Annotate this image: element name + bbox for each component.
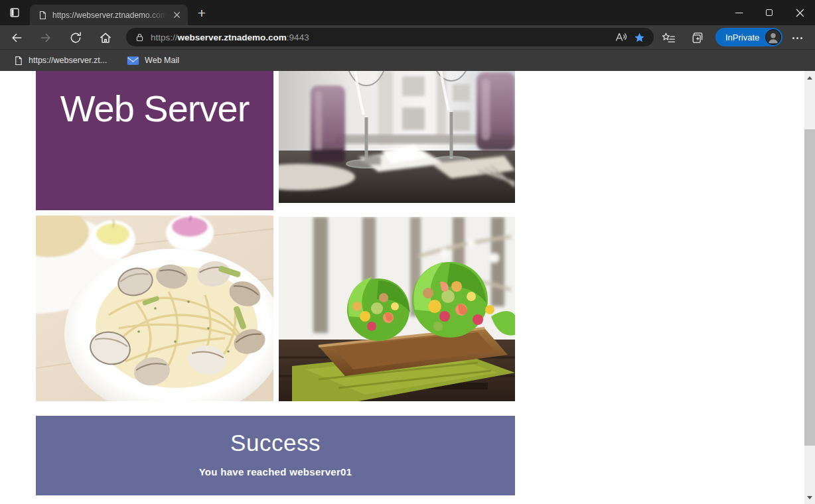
success-banner: Success You have reached webserver01 — [36, 416, 515, 495]
scroll-up-button[interactable] — [804, 72, 815, 83]
bookmark-item-webmail[interactable]: Web Mail — [121, 53, 185, 68]
forward-icon — [39, 31, 52, 44]
banner-title: Success — [36, 416, 515, 456]
minimize-icon — [735, 13, 743, 13]
wine-glasses-photo — [279, 71, 515, 203]
url-text: https://webserver.ztnademo.com:9443 — [151, 32, 309, 42]
settings-more-button[interactable] — [787, 29, 807, 46]
read-aloud-button[interactable] — [611, 29, 630, 45]
favorites-button[interactable] — [660, 29, 677, 46]
tab-actions-icon — [9, 7, 21, 19]
favorite-star-icon — [634, 32, 645, 43]
page-icon — [38, 11, 47, 20]
bookmark-item-webserver[interactable]: https://webserver.zt... — [8, 53, 112, 68]
url-host: webserver.ztnademo.com — [178, 32, 287, 42]
tab-title: https://webserver.ztnademo.com — [52, 11, 171, 20]
profile-avatar-icon — [766, 30, 780, 44]
close-icon — [173, 11, 181, 19]
maximize-button[interactable] — [754, 0, 784, 25]
collections-button[interactable] — [689, 29, 706, 46]
browser-tab[interactable]: https://webserver.ztnademo.com — [30, 5, 188, 25]
page-title: Web Server — [36, 71, 273, 130]
vertical-scrollbar[interactable] — [804, 71, 815, 504]
close-icon — [796, 9, 804, 17]
more-icon — [792, 37, 794, 39]
address-bar[interactable]: https://webserver.ztnademo.com:9443 — [126, 28, 654, 46]
url-scheme: https:// — [151, 32, 178, 42]
spaghetti-clams-photo — [36, 216, 273, 401]
refresh-icon — [69, 31, 82, 44]
lock-icon — [135, 32, 145, 42]
back-button[interactable] — [8, 29, 25, 46]
read-aloud-icon — [615, 32, 627, 42]
refresh-button[interactable] — [67, 29, 84, 46]
inprivate-label: InPrivate — [725, 32, 759, 42]
banner-subtitle: You have reached webserver01 — [36, 466, 515, 477]
mail-icon — [127, 56, 139, 66]
home-button[interactable] — [97, 29, 114, 46]
scrollbar-thumb[interactable] — [804, 129, 815, 446]
close-window-button[interactable] — [784, 0, 815, 25]
new-tab-button[interactable]: + — [194, 5, 210, 21]
favorites-list-icon — [662, 32, 676, 44]
collections-icon — [691, 31, 704, 44]
bookmark-label: https://webserver.zt... — [29, 56, 107, 65]
shrimp-lettuce-wraps-photo — [279, 217, 515, 401]
browser-window: https://webserver.ztnademo.com + — [0, 0, 815, 504]
tab-actions-button[interactable] — [7, 5, 23, 20]
minimize-button[interactable] — [723, 0, 754, 25]
inprivate-badge[interactable]: InPrivate — [715, 28, 782, 46]
bookmark-label: Web Mail — [145, 56, 179, 65]
back-icon — [10, 31, 23, 44]
favorite-button[interactable] — [630, 29, 648, 45]
profile-avatar[interactable] — [765, 29, 781, 45]
scroll-up-icon — [807, 76, 812, 80]
more-icon — [800, 37, 802, 39]
tab-close-button[interactable] — [171, 9, 183, 21]
scroll-down-button[interactable] — [804, 492, 815, 503]
scroll-down-icon — [807, 496, 812, 499]
maximize-icon — [766, 9, 773, 16]
bookmarks-bar: https://webserver.zt... Web Mail — [0, 49, 815, 71]
web-page-content: Web Server — [0, 71, 815, 504]
hero-block: Web Server — [36, 71, 273, 210]
page-icon — [13, 56, 23, 66]
forward-button[interactable] — [37, 29, 54, 46]
home-icon — [99, 31, 112, 44]
tab-bar: https://webserver.ztnademo.com + — [0, 0, 815, 25]
url-port: :9443 — [287, 32, 309, 42]
more-icon — [796, 37, 798, 39]
